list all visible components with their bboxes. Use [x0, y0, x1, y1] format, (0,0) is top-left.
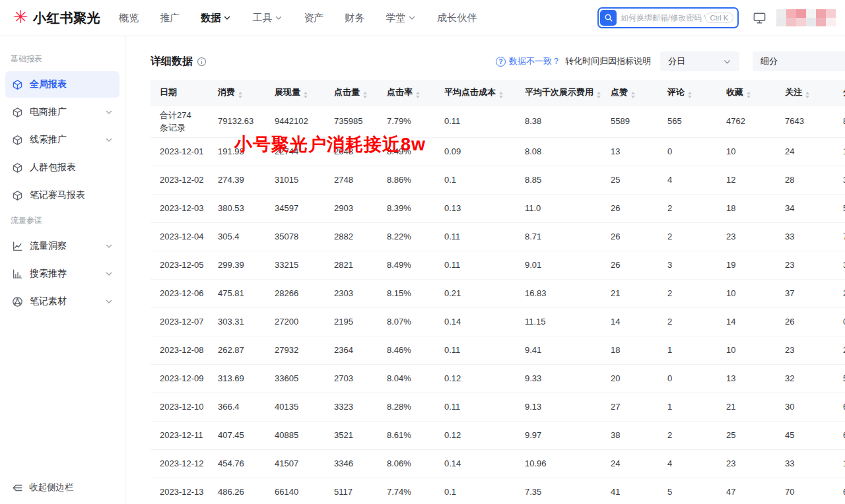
sidebar-item-label: 笔记赛马报表 [30, 189, 85, 201]
sidebar-item[interactable]: 笔记赛马报表 [5, 182, 119, 208]
sidebar-item[interactable]: 人群包报表 [5, 154, 119, 181]
total-cell: 0.11 [435, 105, 516, 137]
column-header-label: 点击率 [387, 87, 413, 97]
table-cell: 21 [717, 393, 776, 421]
table-cell: 33605 [265, 364, 325, 393]
table-cell: 2023-12-09 [151, 364, 209, 393]
cube-icon [12, 190, 23, 201]
sidebar-item-label: 线索推广 [30, 134, 67, 146]
nav-item[interactable]: 数据 [201, 12, 231, 24]
nav-item[interactable]: 学堂 [386, 12, 416, 24]
column-header-label: 点击量 [334, 87, 360, 97]
sidebar-item[interactable]: 流量洞察 [5, 233, 119, 259]
column-header[interactable]: 点击率 [378, 80, 435, 105]
chevron-down-icon [723, 57, 731, 66]
column-header[interactable]: 平均点击成本 [435, 80, 516, 105]
column-header[interactable]: 平均千次展示费用 [516, 80, 601, 105]
sort-carets-icon[interactable] [238, 92, 242, 98]
table-cell: 8.86% [378, 166, 435, 194]
user-account-redacted[interactable] [776, 9, 836, 26]
nav-item[interactable]: 推广 [160, 12, 180, 24]
sort-carets-icon[interactable] [304, 92, 308, 98]
nav-item-label: 推广 [160, 12, 180, 24]
column-header[interactable]: 消费 [209, 80, 265, 105]
total-cell: 565 [658, 105, 717, 137]
sort-carets-icon[interactable] [747, 92, 751, 98]
redaction-pixel [776, 18, 786, 26]
table-row: 2023-12-10366.44013533238.28%0.119.13271… [151, 393, 845, 421]
search-input[interactable] [621, 13, 705, 22]
column-header[interactable]: 评论 [658, 80, 717, 105]
table-cell: 4 [658, 449, 717, 478]
date-granularity-select[interactable]: 分日 [660, 51, 739, 71]
nav-item[interactable]: 概览 [119, 12, 139, 24]
table-cell: 3521 [325, 421, 378, 449]
table-cell: 9.33 [516, 364, 601, 393]
sidebar-item[interactable]: 笔记素材 [5, 288, 119, 315]
sort-carets-icon[interactable] [416, 92, 420, 98]
search-button[interactable] [600, 10, 617, 26]
table-cell: 8.61% [378, 421, 435, 449]
monitor-icon[interactable] [752, 11, 767, 26]
column-header[interactable]: 展现量 [265, 80, 325, 105]
collapse-sidebar-button[interactable]: 收起侧边栏 [0, 471, 125, 504]
table-cell: 0.13 [435, 194, 516, 222]
chevron-down-icon [275, 14, 283, 22]
nav-item[interactable]: 工具 [252, 12, 283, 24]
redaction-pixel [796, 9, 806, 18]
table-cell: 8.22% [378, 222, 435, 251]
segment-select[interactable]: 细分 [753, 51, 845, 71]
nav-item[interactable]: 资产 [304, 12, 323, 24]
sort-carets-icon[interactable] [631, 92, 635, 98]
sort-carets-icon[interactable] [688, 92, 692, 98]
table-cell: 3 [658, 251, 717, 279]
sort-carets-icon[interactable] [499, 92, 503, 98]
table-cell: 2195 [325, 307, 378, 336]
data-mismatch-link[interactable]: 数据不一致？ [509, 55, 560, 67]
nav-item-label: 资产 [304, 12, 323, 24]
table-cell: 8.07% [378, 307, 435, 336]
total-cell: 7643 [776, 105, 834, 137]
sort-carets-icon[interactable] [597, 92, 601, 98]
table-cell: 27 [601, 393, 658, 421]
table-cell: 6 [834, 421, 845, 449]
sidebar-item[interactable]: 全局报表 [5, 71, 119, 98]
sort-carets-icon[interactable] [363, 92, 367, 98]
column-header[interactable]: 分享 [834, 80, 845, 105]
sidebar-item-label: 笔记素材 [30, 296, 67, 307]
table-cell: 32 [776, 364, 834, 393]
nav-item[interactable]: 财务 [345, 12, 364, 24]
nav-item[interactable]: 成长伙伴 [437, 12, 477, 24]
sidebar-section-label: 流量参谋 [0, 215, 125, 226]
column-header[interactable]: 关注 [776, 80, 834, 105]
page-title: 详细数据 [151, 55, 193, 69]
table-cell: 0.14 [435, 449, 516, 478]
column-header-label: 消费 [218, 87, 235, 97]
table-cell: 2023-12-10 [151, 393, 209, 421]
sidebar-item[interactable]: 电商推广 [5, 99, 119, 125]
table-cell: 2023-12-02 [151, 166, 209, 194]
column-header[interactable]: 收藏 [717, 80, 776, 105]
table-row: 2023-12-13486.266614051177.74%0.17.35415… [151, 478, 845, 504]
global-search[interactable]: Ctrl K [597, 7, 739, 28]
sidebar-item[interactable]: 线索推广 [5, 127, 119, 153]
table-cell: 13 [601, 137, 658, 166]
table-cell: 25 [601, 166, 658, 194]
table-cell: 299.39 [209, 251, 265, 279]
sort-carets-icon[interactable] [805, 92, 809, 98]
column-header[interactable]: 点击量 [325, 80, 378, 105]
attribution-note[interactable]: 转化时间归因指标说明 [565, 55, 651, 67]
table-cell: 31015 [265, 166, 325, 194]
table-cell: 28266 [265, 279, 325, 307]
redaction-pixel [786, 9, 796, 18]
table-cell: 10 [717, 137, 776, 166]
sidebar-item[interactable]: 搜索推荐 [5, 261, 119, 287]
app-logo[interactable]: ✳ 小红书聚光 [13, 9, 100, 27]
column-header[interactable]: 点赞 [601, 80, 658, 105]
info-icon[interactable] [197, 57, 207, 67]
table-cell: 14 [601, 307, 658, 336]
nav-item-label: 财务 [345, 12, 364, 24]
table-row: 2023-12-02274.393101527488.86%0.18.85254… [151, 166, 845, 194]
question-circle-icon[interactable] [496, 57, 506, 67]
table-row: 2023-12-04305.43507828828.22%0.118.71262… [151, 222, 845, 251]
